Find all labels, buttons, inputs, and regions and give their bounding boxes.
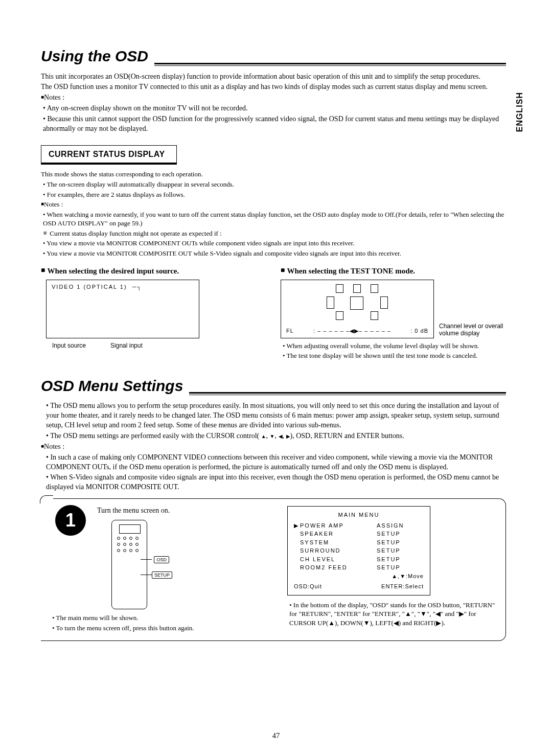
remote-control-icon: OSD SETUP: [111, 520, 147, 609]
intro-paragraph-2: The OSD function uses a monitor TV conne…: [41, 82, 506, 92]
csd-ref-2: • You view a movie via MONITOR COMPOSITE…: [43, 249, 506, 258]
section-title-osd-menu-settings: OSD Menu Settings: [41, 376, 183, 397]
callout-signal-input: Signal input: [110, 341, 143, 350]
menu-note-1: • In such a case of making only COMPONEN…: [46, 453, 506, 472]
remote-osd-button-label: OSD: [154, 556, 169, 563]
step1-bullet-1: • The main menu will be shown.: [52, 613, 275, 623]
csd-ref-1: • You view a movie via MONITOR COMPONENT…: [43, 239, 506, 248]
main-menu-item: SYSTEMSETUP: [294, 538, 424, 547]
tt-bullet-2: • The test tone display will be shown un…: [283, 351, 506, 360]
legend-paragraph: • In the bottom of the display, "OSD" st…: [289, 601, 496, 628]
intro-paragraph-1: This unit incorporates an OSD(On-screen …: [41, 72, 506, 82]
callout-input-source: Input source: [52, 341, 86, 350]
tt-bullet-1: • When adjusting overall volume, the vol…: [283, 341, 506, 351]
csd-ref-label: ※ Current status display function might …: [43, 229, 506, 238]
subhead-test-tone: ■When selecting the TEST TONE mode.: [281, 266, 506, 276]
page-number: 47: [272, 730, 280, 741]
note-1: • Any on-screen display shown on the mon…: [43, 104, 506, 113]
csd-note-1: • When watching a movie earnestly, if yo…: [43, 210, 506, 228]
subhead-input-source: ■When selecting the desired input source…: [41, 266, 266, 276]
main-menu-item: SURROUNDSETUP: [294, 546, 424, 555]
csd-line-3: • For examples, there are 2 status displ…: [43, 190, 506, 199]
main-menu-osd-box: MAIN MENU ▶POWER AMPASSIGN SPEAKERSETUP …: [287, 506, 430, 595]
step1-bullet-2: • To turn the menu screen off, press thi…: [52, 624, 275, 633]
step-1-instruction: Turn the menu screen on.: [97, 506, 275, 516]
menu-para-1: • The OSD menu allows you to perform the…: [46, 401, 506, 430]
speaker-layout-icon: [327, 284, 388, 320]
title-rule: [154, 63, 506, 66]
section-title-using-osd: Using the OSD: [41, 46, 148, 67]
menu-hint-move: ▲,▼:Move: [294, 572, 424, 581]
main-menu-item: CH LEVELSETUP: [294, 555, 424, 564]
remote-setup-button-label: SETUP: [152, 571, 172, 579]
main-menu-title: MAIN MENU: [294, 511, 424, 519]
title-rule-2: [189, 392, 506, 395]
main-menu-item: ▶POWER AMPASSIGN: [294, 521, 424, 530]
menu-note-2: • When S-Video signals and composite vid…: [46, 473, 506, 492]
side-label-channel-level: Channel level or overall volume display: [439, 323, 521, 337]
fl-level-line: FL : – – – – – –◀▶– – – – – – : 0 dB: [286, 327, 428, 335]
main-menu-item: SPEAKERSETUP: [294, 530, 424, 538]
menu-hint-select: ENTER:Select: [381, 582, 424, 591]
csd-line-2: • The on-screen display will automatical…: [43, 180, 506, 189]
menu-notes-label: ■Notes :: [41, 442, 506, 452]
osd-status-text: VIDEO 1 (OPTICAL 1) ─┐: [52, 283, 142, 291]
step-1-block: 1 Turn the menu screen on. OSD SETUP • T…: [41, 498, 506, 641]
language-tab: ENGLISH: [514, 92, 525, 132]
osd-status-box-input: VIDEO 1 (OPTICAL 1) ─┐: [46, 280, 199, 338]
osd-status-box-testtone: FL : – – – – – –◀▶– – – – – – : 0 dB: [281, 280, 434, 338]
current-status-display-header: CURRENT STATUS DISPLAY: [41, 145, 177, 165]
csd-line-1: This mode shows the status corresponding…: [41, 170, 506, 179]
step-number-1: 1: [55, 505, 86, 536]
main-menu-item: ROOM2 FEEDSETUP: [294, 563, 424, 572]
notes-label: ■Notes :: [41, 93, 506, 103]
csd-notes-label: ■Notes :: [41, 200, 506, 209]
note-2: • Because this unit cannot support the O…: [43, 114, 506, 134]
menu-para-2: • The OSD menu settings are performed ea…: [46, 431, 506, 441]
menu-hint-quit: OSD:Quit: [294, 582, 322, 591]
